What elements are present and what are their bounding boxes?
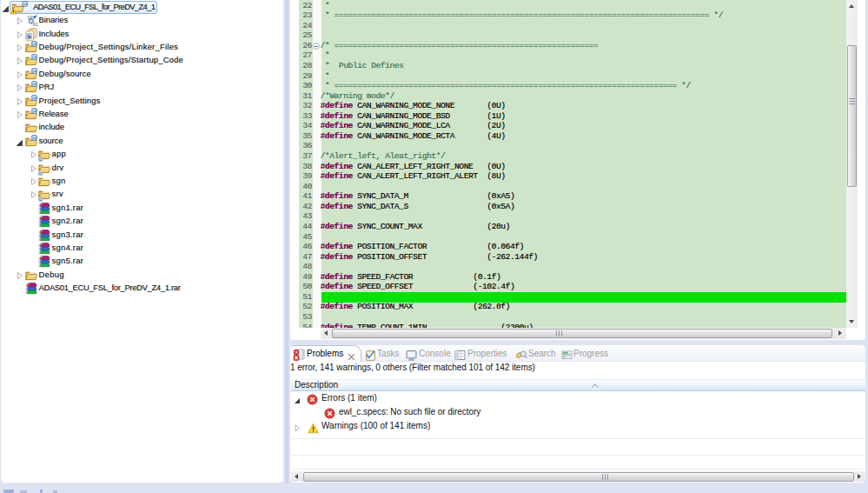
svg-text:C: C [32,108,36,113]
svg-text:C: C [32,68,36,73]
svg-text:C: C [32,135,36,140]
svg-text:C: C [32,55,36,60]
svg-text:C: C [32,82,36,87]
svg-text:C: C [23,1,27,6]
svg-text:C: C [32,95,36,100]
svg-text:C: C [32,41,36,46]
